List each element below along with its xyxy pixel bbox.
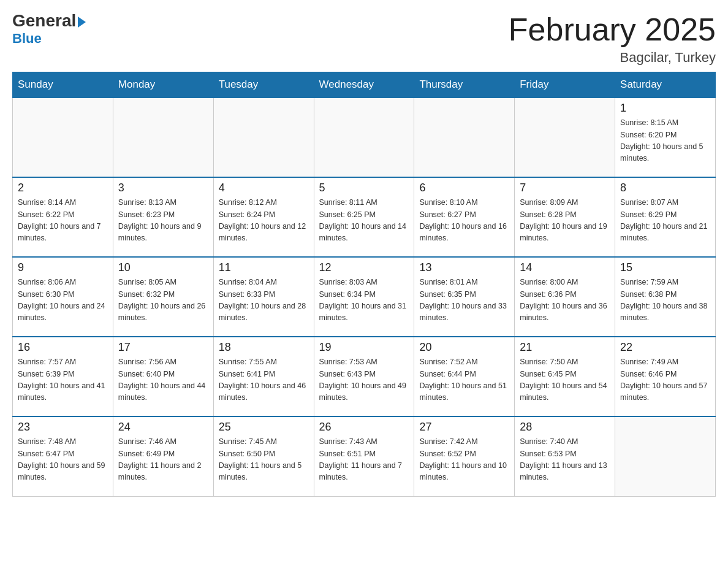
table-row: 3Sunrise: 8:13 AMSunset: 6:23 PMDaylight…	[113, 177, 213, 257]
table-row: 25Sunrise: 7:45 AMSunset: 6:50 PMDayligh…	[213, 416, 314, 496]
page-header: General Blue February 2025 Bagcilar, Tur…	[12, 12, 716, 66]
header-monday: Monday	[113, 72, 213, 98]
day-number: 6	[419, 182, 509, 194]
day-number: 1	[620, 102, 710, 115]
table-row: 17Sunrise: 7:56 AMSunset: 6:40 PMDayligh…	[113, 337, 213, 416]
day-number: 8	[620, 182, 710, 194]
table-row: 4Sunrise: 8:12 AMSunset: 6:24 PMDaylight…	[213, 177, 314, 257]
day-number: 7	[520, 182, 610, 194]
day-info: Sunrise: 7:56 AMSunset: 6:40 PMDaylight:…	[118, 356, 208, 404]
day-info: Sunrise: 7:50 AMSunset: 6:45 PMDaylight:…	[520, 356, 610, 404]
table-row: 27Sunrise: 7:42 AMSunset: 6:52 PMDayligh…	[414, 416, 515, 496]
table-row	[615, 416, 716, 496]
calendar-week-row: 1Sunrise: 8:15 AMSunset: 6:20 PMDaylight…	[13, 98, 716, 177]
day-info: Sunrise: 7:40 AMSunset: 6:53 PMDaylight:…	[520, 436, 610, 484]
day-info: Sunrise: 7:43 AMSunset: 6:51 PMDaylight:…	[319, 436, 409, 484]
table-row	[314, 98, 414, 177]
day-number: 12	[319, 261, 409, 274]
logo: General Blue	[12, 12, 86, 47]
day-number: 19	[319, 341, 409, 354]
day-number: 5	[319, 182, 409, 194]
table-row: 21Sunrise: 7:50 AMSunset: 6:45 PMDayligh…	[515, 337, 615, 416]
table-row: 11Sunrise: 8:04 AMSunset: 6:33 PMDayligh…	[213, 257, 314, 337]
header-friday: Friday	[515, 72, 615, 98]
day-number: 20	[419, 341, 509, 354]
day-info: Sunrise: 7:53 AMSunset: 6:43 PMDaylight:…	[319, 356, 409, 404]
day-number: 17	[118, 341, 208, 354]
calendar-header-row: Sunday Monday Tuesday Wednesday Thursday…	[13, 72, 716, 98]
day-number: 23	[18, 421, 108, 434]
table-row: 15Sunrise: 7:59 AMSunset: 6:38 PMDayligh…	[615, 257, 716, 337]
header-wednesday: Wednesday	[314, 72, 414, 98]
day-info: Sunrise: 7:45 AMSunset: 6:50 PMDaylight:…	[219, 436, 309, 484]
table-row: 26Sunrise: 7:43 AMSunset: 6:51 PMDayligh…	[314, 416, 414, 496]
day-info: Sunrise: 8:06 AMSunset: 6:30 PMDaylight:…	[18, 277, 108, 324]
day-number: 16	[18, 341, 108, 354]
calendar-week-row: 2Sunrise: 8:14 AMSunset: 6:22 PMDaylight…	[13, 177, 716, 257]
table-row	[13, 98, 113, 177]
day-info: Sunrise: 8:12 AMSunset: 6:24 PMDaylight:…	[219, 197, 309, 245]
day-number: 11	[219, 261, 309, 274]
day-info: Sunrise: 7:52 AMSunset: 6:44 PMDaylight:…	[419, 356, 509, 404]
day-number: 15	[620, 261, 710, 274]
day-number: 2	[18, 182, 108, 194]
day-number: 24	[118, 421, 208, 434]
header-sunday: Sunday	[13, 72, 113, 98]
calendar-table: Sunday Monday Tuesday Wednesday Thursday…	[12, 72, 716, 497]
calendar-week-row: 16Sunrise: 7:57 AMSunset: 6:39 PMDayligh…	[13, 337, 716, 416]
table-row	[515, 98, 615, 177]
header-tuesday: Tuesday	[213, 72, 314, 98]
day-number: 3	[118, 182, 208, 194]
table-row: 28Sunrise: 7:40 AMSunset: 6:53 PMDayligh…	[515, 416, 615, 496]
day-info: Sunrise: 8:14 AMSunset: 6:22 PMDaylight:…	[18, 197, 108, 245]
table-row: 16Sunrise: 7:57 AMSunset: 6:39 PMDayligh…	[13, 337, 113, 416]
table-row: 20Sunrise: 7:52 AMSunset: 6:44 PMDayligh…	[414, 337, 515, 416]
table-row: 19Sunrise: 7:53 AMSunset: 6:43 PMDayligh…	[314, 337, 414, 416]
day-info: Sunrise: 8:15 AMSunset: 6:20 PMDaylight:…	[620, 117, 710, 165]
table-row	[113, 98, 213, 177]
day-info: Sunrise: 7:46 AMSunset: 6:49 PMDaylight:…	[118, 436, 208, 484]
day-info: Sunrise: 8:00 AMSunset: 6:36 PMDaylight:…	[520, 277, 610, 324]
table-row: 10Sunrise: 8:05 AMSunset: 6:32 PMDayligh…	[113, 257, 213, 337]
day-info: Sunrise: 8:05 AMSunset: 6:32 PMDaylight:…	[118, 277, 208, 324]
day-info: Sunrise: 8:11 AMSunset: 6:25 PMDaylight:…	[319, 197, 409, 245]
day-number: 27	[419, 421, 509, 434]
day-info: Sunrise: 8:03 AMSunset: 6:34 PMDaylight:…	[319, 277, 409, 324]
table-row: 8Sunrise: 8:07 AMSunset: 6:29 PMDaylight…	[615, 177, 716, 257]
table-row: 22Sunrise: 7:49 AMSunset: 6:46 PMDayligh…	[615, 337, 716, 416]
table-row: 6Sunrise: 8:10 AMSunset: 6:27 PMDaylight…	[414, 177, 515, 257]
day-info: Sunrise: 7:49 AMSunset: 6:46 PMDaylight:…	[620, 356, 710, 404]
day-info: Sunrise: 7:57 AMSunset: 6:39 PMDaylight:…	[18, 356, 108, 404]
table-row: 14Sunrise: 8:00 AMSunset: 6:36 PMDayligh…	[515, 257, 615, 337]
table-row: 18Sunrise: 7:55 AMSunset: 6:41 PMDayligh…	[213, 337, 314, 416]
table-row: 12Sunrise: 8:03 AMSunset: 6:34 PMDayligh…	[314, 257, 414, 337]
logo-blue-text: Blue	[12, 31, 42, 47]
table-row: 7Sunrise: 8:09 AMSunset: 6:28 PMDaylight…	[515, 177, 615, 257]
day-info: Sunrise: 7:48 AMSunset: 6:47 PMDaylight:…	[18, 436, 108, 484]
day-info: Sunrise: 8:01 AMSunset: 6:35 PMDaylight:…	[419, 277, 509, 324]
day-number: 21	[520, 341, 610, 354]
day-info: Sunrise: 8:04 AMSunset: 6:33 PMDaylight:…	[219, 277, 309, 324]
header-thursday: Thursday	[414, 72, 515, 98]
day-info: Sunrise: 7:55 AMSunset: 6:41 PMDaylight:…	[219, 356, 309, 404]
day-info: Sunrise: 7:59 AMSunset: 6:38 PMDaylight:…	[620, 277, 710, 324]
logo-general-text: General	[12, 12, 86, 29]
day-info: Sunrise: 8:07 AMSunset: 6:29 PMDaylight:…	[620, 197, 710, 245]
day-number: 25	[219, 421, 309, 434]
table-row: 24Sunrise: 7:46 AMSunset: 6:49 PMDayligh…	[113, 416, 213, 496]
day-number: 14	[520, 261, 610, 274]
table-row: 2Sunrise: 8:14 AMSunset: 6:22 PMDaylight…	[13, 177, 113, 257]
day-info: Sunrise: 8:10 AMSunset: 6:27 PMDaylight:…	[419, 197, 509, 245]
day-number: 13	[419, 261, 509, 274]
day-number: 28	[520, 421, 610, 434]
table-row	[414, 98, 515, 177]
table-row: 13Sunrise: 8:01 AMSunset: 6:35 PMDayligh…	[414, 257, 515, 337]
calendar-week-row: 23Sunrise: 7:48 AMSunset: 6:47 PMDayligh…	[13, 416, 716, 496]
table-row: 23Sunrise: 7:48 AMSunset: 6:47 PMDayligh…	[13, 416, 113, 496]
day-number: 4	[219, 182, 309, 194]
table-row	[213, 98, 314, 177]
table-row: 1Sunrise: 8:15 AMSunset: 6:20 PMDaylight…	[615, 98, 716, 177]
day-number: 10	[118, 261, 208, 274]
day-number: 22	[620, 341, 710, 354]
calendar-week-row: 9Sunrise: 8:06 AMSunset: 6:30 PMDaylight…	[13, 257, 716, 337]
